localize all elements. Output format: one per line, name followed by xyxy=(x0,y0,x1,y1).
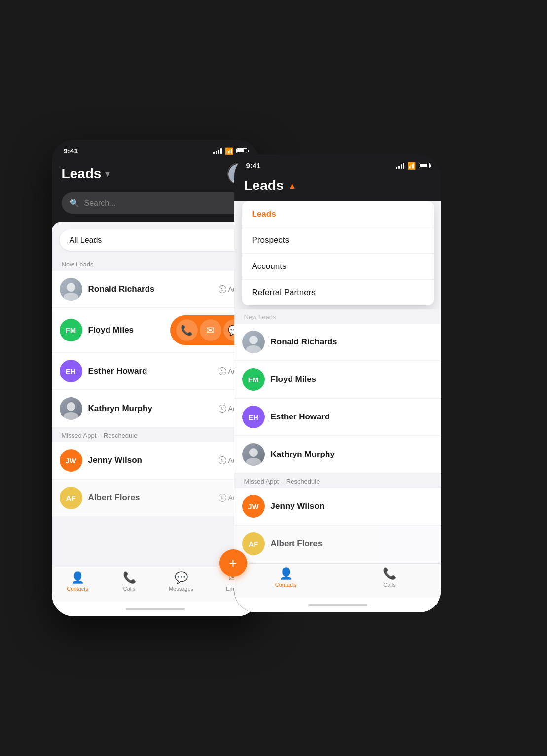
avatar-ronald-1 xyxy=(60,278,82,301)
filter-row-1: All Leads ▾ xyxy=(52,222,259,257)
avatar-kathryn-2 xyxy=(242,443,265,466)
wifi-icon: 📶 xyxy=(225,147,233,155)
avatar-albert-1: AF xyxy=(60,487,82,509)
lead-item-floyd-2[interactable]: FM Floyd Miles xyxy=(234,361,441,398)
lead-item-esther-1[interactable]: EH Esther Howard ↻ Actions xyxy=(52,353,259,390)
dropdown-item-referral-2[interactable]: Referral Partners xyxy=(242,280,434,305)
leads-title-2: Leads xyxy=(244,178,284,193)
lead-name-kathryn-1: Kathryn Murphy xyxy=(88,404,213,414)
time-2: 9:41 xyxy=(246,161,261,170)
email-action-btn[interactable]: ✉ xyxy=(200,319,221,341)
status-icons-2: 📶 xyxy=(396,162,430,170)
lead-item-ronald-2[interactable]: Ronald Richards xyxy=(234,324,441,361)
avatar-jenny-1: JW xyxy=(60,449,82,472)
lead-name-ronald-1: Ronald Richards xyxy=(88,284,213,294)
lead-name-kathryn-2: Kathryn Murphy xyxy=(271,450,434,459)
lead-item-jenny-1[interactable]: JW Jenny Wilson ↻ Actions xyxy=(52,442,259,479)
fab-add-1[interactable]: + xyxy=(219,549,247,577)
bottom-nav-2: 👤 Contacts 📞 Calls xyxy=(234,563,441,598)
wifi-icon-2: 📶 xyxy=(407,162,416,170)
header-title-1[interactable]: Leads ▾ xyxy=(62,166,110,182)
status-icons-1: 📶 xyxy=(213,147,247,155)
nav-calls-1[interactable]: 📞 Calls xyxy=(114,571,144,592)
lead-item-jenny-2[interactable]: JW Jenny Wilson xyxy=(234,488,441,525)
dropdown-menu-2: Leads Prospects Accounts Referral Partne… xyxy=(242,201,434,305)
avatar-floyd-1: FM xyxy=(60,319,82,341)
leads-title-1: Leads xyxy=(62,166,102,182)
home-indicator-1 xyxy=(52,602,259,616)
lead-name-jenny-1: Jenny Wilson xyxy=(88,455,213,465)
dropdown-container-2: Leads Prospects Accounts Referral Partne… xyxy=(234,201,441,309)
battery-icon-2 xyxy=(419,163,430,168)
avatar-esther-2: EH xyxy=(242,406,265,428)
nav-contacts-2[interactable]: 👤 Contacts xyxy=(271,567,301,588)
avatar-ronald-2 xyxy=(242,331,265,353)
lead-item-kathryn-2[interactable]: Kathryn Murphy xyxy=(234,436,441,473)
dropdown-item-leads-2[interactable]: Leads xyxy=(242,201,434,227)
dropdown-chevron-2[interactable]: ▲ xyxy=(288,181,296,191)
lead-name-albert-2: Albert Flores xyxy=(271,539,434,549)
phone-2: 9:41 📶 Leads ▲ xyxy=(234,154,441,612)
status-bar-1: 9:41 📶 xyxy=(52,140,259,159)
messages-label-1: Messages xyxy=(169,586,193,592)
section-new-leads-2: New Leads xyxy=(234,309,441,324)
content-1: All Leads ▾ New Leads Ronald Richards ↻ … xyxy=(52,222,259,567)
search-placeholder-1: Search... xyxy=(84,199,116,208)
section-new-leads-1: New Leads xyxy=(52,257,259,271)
actions-icon-1: ↻ xyxy=(219,285,226,293)
lead-item-kathryn-1[interactable]: Kathryn Murphy ↻ Actions xyxy=(52,390,259,427)
scene: 9:41 📶 Leads ▾ xyxy=(52,140,496,616)
section-missed-1: Missed Appt – Reschedule xyxy=(52,428,259,442)
lead-name-jenny-2: Jenny Wilson xyxy=(271,501,434,511)
signal-icon-2 xyxy=(396,163,404,169)
time-1: 9:41 xyxy=(64,147,78,155)
phone-1: 9:41 📶 Leads ▾ xyxy=(52,140,259,616)
lead-item-esther-2[interactable]: EH Esther Howard xyxy=(234,399,441,436)
battery-icon xyxy=(236,148,247,153)
lead-name-esther-1: Esther Howard xyxy=(88,366,213,376)
contacts-label-2: Contacts xyxy=(275,582,296,588)
contacts-icon-1: 👤 xyxy=(71,571,84,584)
section-missed-2: Missed Appt – Reschedule xyxy=(234,474,441,488)
avatar-jenny-2: JW xyxy=(242,495,265,518)
lead-item-ronald-1[interactable]: Ronald Richards ↻ Actions xyxy=(52,271,259,308)
avatar-albert-2: AF xyxy=(242,532,265,555)
lead-item-albert-1[interactable]: AF Albert Flores ↻ Actions xyxy=(52,480,259,517)
content-2: New Leads Ronald Richards FM Floyd Miles… xyxy=(234,309,441,563)
avatar-esther-1: EH xyxy=(60,360,82,382)
messages-icon-1: 💬 xyxy=(175,571,188,584)
header-1: Leads ▾ xyxy=(52,159,259,192)
nav-calls-2[interactable]: 📞 Calls xyxy=(375,567,404,588)
lead-name-albert-1: Albert Flores xyxy=(88,493,213,503)
calls-icon-2: 📞 xyxy=(383,567,396,580)
contacts-label-1: Contacts xyxy=(67,586,88,592)
lead-name-floyd-2: Floyd Miles xyxy=(271,375,434,384)
nav-contacts-1[interactable]: 👤 Contacts xyxy=(63,571,92,592)
lead-name-floyd-1: Floyd Miles xyxy=(88,325,164,335)
header-title-2[interactable]: Leads ▲ xyxy=(244,178,297,193)
lead-item-albert-2[interactable]: AF Albert Flores xyxy=(234,526,441,563)
dropdown-item-prospects-2[interactable]: Prospects xyxy=(242,227,434,254)
calls-icon-1: 📞 xyxy=(123,571,136,584)
filter-dropdown-1[interactable]: All Leads ▾ xyxy=(60,229,251,251)
call-action-btn[interactable]: 📞 xyxy=(176,319,198,341)
signal-icon xyxy=(213,148,222,154)
lead-item-floyd-1[interactable]: FM Floyd Miles 📞 ✉ 💬 xyxy=(52,308,259,352)
lead-name-esther-2: Esther Howard xyxy=(271,412,434,422)
contacts-icon-2: 👤 xyxy=(279,567,292,580)
header-2: Leads ▲ xyxy=(234,174,441,201)
search-icon-1: 🔍 xyxy=(70,198,79,208)
dropdown-item-accounts-2[interactable]: Accounts xyxy=(242,254,434,280)
calls-label-2: Calls xyxy=(383,582,395,588)
filter-label-1: All Leads xyxy=(70,236,102,245)
status-bar-2: 9:41 📶 xyxy=(234,154,441,174)
avatar-floyd-2: FM xyxy=(242,368,265,391)
search-bar-1[interactable]: 🔍 Search... xyxy=(62,192,249,214)
dropdown-chevron-1[interactable]: ▾ xyxy=(105,168,109,179)
lead-name-ronald-2: Ronald Richards xyxy=(271,337,434,347)
calls-label-1: Calls xyxy=(123,586,135,592)
avatar-kathryn-1 xyxy=(60,397,82,420)
nav-messages-1[interactable]: 💬 Messages xyxy=(166,571,196,592)
home-indicator-2 xyxy=(234,598,441,612)
